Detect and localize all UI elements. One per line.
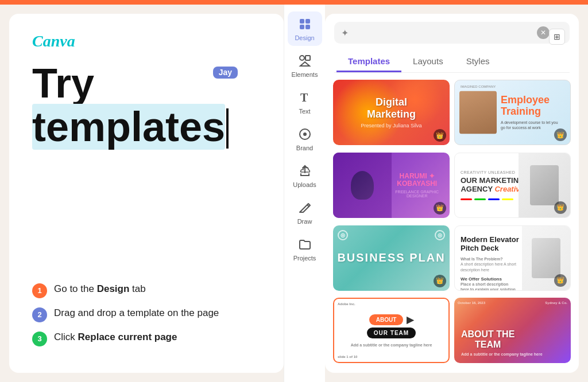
projects-icon (297, 236, 313, 252)
search-bar[interactable]: ✦ ✕ ⊟ (334, 22, 570, 44)
sidebar-item-design[interactable]: Design (288, 11, 322, 46)
hero-line1: Try (32, 60, 94, 106)
svg-text:T: T (300, 91, 308, 104)
sidebar-label-design: Design (295, 34, 314, 41)
business-plan-text: BUSINESS PLAN (337, 251, 445, 264)
tab-layouts[interactable]: Layouts (401, 52, 455, 72)
template-card-business-plan[interactable]: ◎ ◎ BUSINESS PLAN 👑 (333, 225, 450, 291)
draw-icon (297, 200, 313, 216)
template-card-marketing-agency[interactable]: CREATIVITY UNLEASHED OUR MARKETINGAGENCY… (454, 153, 571, 218)
svg-point-9 (303, 132, 307, 136)
step-3-text: Click Replace current page (54, 330, 177, 344)
sidebar-label-draw: Draw (297, 218, 312, 225)
tab-styles[interactable]: Styles (455, 52, 501, 72)
text-icon: T (297, 89, 313, 106)
sidebar-item-uploads[interactable]: Uploads (288, 158, 322, 193)
design-icon (297, 16, 313, 32)
step-1-text: Go to the Design tab (54, 282, 146, 296)
step-1: 1 Go to the Design tab (32, 282, 261, 298)
step-2: 2 Drag and drop a template on the page (32, 306, 261, 322)
sidebar-item-draw[interactable]: Draw (288, 195, 322, 229)
premium-badge-4: 👑 (554, 201, 567, 214)
template-card-elevator-pitch[interactable]: Modern ElevatorPitch Deck What Is The Pr… (454, 225, 571, 291)
sidebar-label-brand: Brand (296, 145, 313, 151)
svg-rect-1 (305, 19, 310, 24)
templates-grid: DigitalMarketing Presented by Juliana Si… (325, 73, 579, 373)
right-panel: ✦ ✕ ⊟ Templates Layouts Styles ⊞ Di (325, 14, 579, 373)
svg-rect-2 (300, 25, 304, 29)
sidebar-label-text: Text (299, 108, 310, 115)
sidebar-item-brand[interactable]: Brand (288, 122, 322, 156)
steps-container: 1 Go to the Design tab 2 Drag and drop a… (32, 259, 261, 354)
svg-point-4 (300, 56, 304, 60)
main-container: Canva Try templates Jay 1 Go to the Desi… (0, 5, 588, 382)
premium-badge-2: 👑 (554, 128, 567, 141)
sidebar-item-projects[interactable]: Projects (288, 232, 322, 266)
search-clear-button[interactable]: ✕ (537, 26, 550, 39)
tabs-row: Templates Layouts Styles (334, 52, 570, 73)
hero-line2: templates (32, 104, 225, 150)
text-cursor (226, 108, 229, 149)
sidebar-label-elements: Elements (292, 71, 318, 78)
panel-toggle-area: ⊞ (549, 29, 565, 45)
template-card-harumi[interactable]: HARUMI ✦KOBAYASHI FREELANCE GRAPHIC DESI… (333, 153, 450, 218)
svg-rect-5 (305, 56, 310, 60)
sidebar-item-text[interactable]: T Text (288, 85, 322, 119)
premium-badge-5: 👑 (434, 275, 446, 287)
template-card-about-our-team[interactable]: Adobe Inc. ABOUT ▶ OUR TEAM Add a subtit… (333, 298, 450, 363)
svg-rect-0 (300, 19, 304, 24)
step-num-3: 3 (32, 332, 47, 346)
uploads-icon (297, 163, 313, 179)
digital-marketing-text: DigitalMarketing Presented by Juliana Si… (361, 96, 421, 128)
sidebar-label-uploads: Uploads (293, 181, 316, 188)
top-bar (0, 0, 588, 5)
svg-marker-6 (300, 62, 310, 66)
canva-logo: Canva (32, 32, 261, 50)
left-panel: Canva Try templates Jay 1 Go to the Desi… (9, 14, 284, 373)
step-2-text: Drag and drop a template on the page (54, 306, 219, 320)
magic-search-icon: ✦ (341, 28, 349, 38)
template-card-digital-marketing[interactable]: DigitalMarketing Presented by Juliana Si… (333, 80, 450, 145)
sidebar-label-projects: Projects (293, 255, 316, 262)
template-card-employee-training[interactable]: IMAGINED COMPANY EmployeeTraining A deve… (454, 80, 571, 145)
svg-rect-3 (305, 25, 310, 29)
tab-templates[interactable]: Templates (336, 52, 401, 72)
sidebar: Design Elements T Text (284, 5, 325, 382)
elements-icon (297, 53, 313, 69)
panel-toggle-button[interactable]: ⊞ (549, 29, 565, 45)
premium-badge-3: 👑 (434, 202, 446, 215)
hero-heading: Try templates Jay (32, 62, 261, 149)
premium-badge-1: 👑 (434, 129, 446, 142)
premium-badge-6: 👑 (554, 274, 567, 287)
sidebar-item-elements[interactable]: Elements (288, 48, 322, 83)
panel-header: ✦ ✕ ⊟ Templates Layouts Styles (325, 14, 579, 73)
user-badge: Jay (213, 67, 238, 79)
step-num-1: 1 (32, 283, 47, 298)
step-3: 3 Click Replace current page (32, 330, 261, 346)
brand-icon (297, 126, 313, 142)
step-num-2: 2 (32, 307, 47, 322)
template-card-about-the-team[interactable]: Sydney & Co. October 16, 2023 ABOUT THET… (454, 298, 571, 363)
